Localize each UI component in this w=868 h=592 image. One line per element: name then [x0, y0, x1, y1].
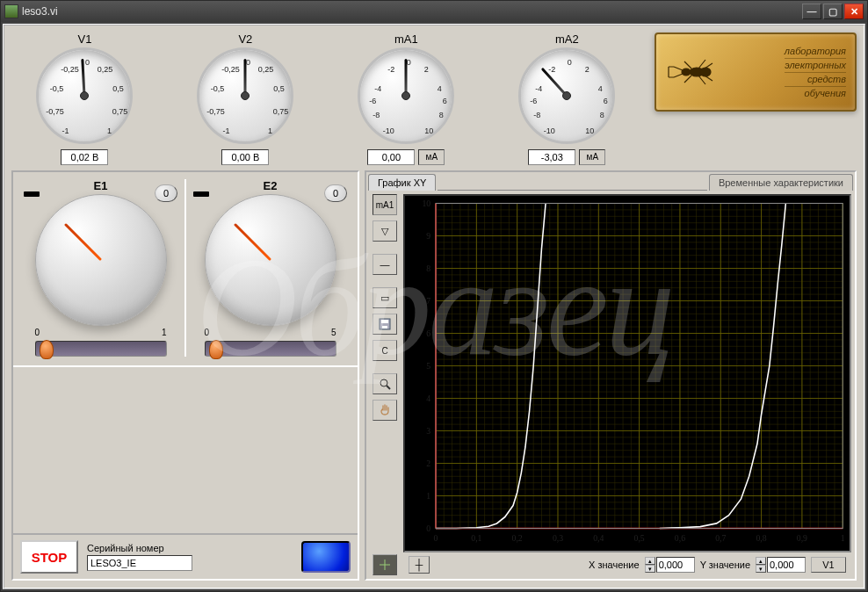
svg-text:0: 0	[426, 523, 430, 532]
knob-title: E1	[94, 179, 108, 192]
gauge-label: mA2	[555, 32, 579, 46]
svg-text:1: 1	[426, 490, 430, 500]
knob-slider[interactable]	[35, 341, 167, 357]
xy-plot[interactable]: 00,10,20,30,40,50,60,70,80,9101234567891…	[403, 194, 851, 552]
bottom-bar: STOP Серийный номер	[13, 533, 358, 579]
logo-line: электронных	[785, 59, 846, 73]
gauge-dial: 00,25-0,250,5-0,50,75-0,751-1	[36, 47, 133, 144]
x-axis-selector[interactable]: V1	[811, 557, 846, 573]
gauge-V2: V2 00,25-0,250,5-0,50,75-0,751-1 0,00 B	[172, 32, 319, 165]
gauge-row: V1 00,25-0,250,5-0,50,75-0,751-1 0,02 B …	[11, 32, 857, 165]
svg-text:0,3: 0,3	[553, 533, 563, 543]
svg-text:2: 2	[426, 458, 430, 467]
knob-title: E2	[264, 179, 278, 192]
svg-text:3: 3	[426, 425, 430, 435]
svg-text:0,2: 0,2	[512, 533, 523, 543]
tab-time[interactable]: Временные характеристики	[709, 174, 853, 191]
graph-panel: График XY Временные характеристики mA1 ▽…	[365, 170, 857, 581]
blank-button[interactable]: ▭	[373, 287, 397, 308]
gauge-mA2: mA2 02-24-46-68-810-10 -3,03 мА	[494, 32, 640, 165]
svg-rect-4	[381, 320, 388, 323]
svg-text:0,9: 0,9	[797, 533, 807, 543]
knob-area: E1 0 01 E2 0 05	[13, 172, 358, 367]
x-value-label: X значение	[589, 560, 640, 570]
y-spin-up[interactable]: ▴	[756, 557, 766, 565]
svg-text:10: 10	[422, 198, 430, 207]
svg-text:0,1: 0,1	[471, 533, 481, 543]
middle-row: E1 0 01 E2 0 05 STOP Серийный номер	[11, 170, 857, 581]
knob-dial[interactable]	[205, 194, 336, 326]
gauge-dial: 02-24-46-68-810-10	[358, 47, 454, 144]
gauge-unit-button[interactable]: мА	[579, 149, 605, 165]
serial-input[interactable]	[87, 555, 192, 571]
logo-line: лаборатория	[785, 45, 846, 59]
pan-icon[interactable]	[373, 400, 397, 421]
gauge-label: V1	[78, 32, 92, 46]
y-spin-down[interactable]: ▾	[756, 565, 766, 573]
axis-row: ┼ X значение ▴ ▾ Y значение	[403, 552, 851, 575]
svg-text:5: 5	[426, 360, 430, 370]
minimize-button[interactable]: —	[802, 4, 821, 19]
maximize-button[interactable]: ▢	[823, 4, 843, 19]
gauge-mA1: mA1 02-24-46-68-810-10 0,00 мА	[333, 32, 480, 165]
svg-text:0,7: 0,7	[715, 533, 726, 543]
x-value-input[interactable]	[656, 557, 695, 573]
gauge-dial: 02-24-46-68-810-10	[518, 47, 615, 144]
svg-point-1	[682, 69, 691, 76]
dropdown-icon[interactable]: ▽	[373, 220, 397, 242]
x-spin-up[interactable]: ▴	[645, 557, 655, 565]
gauge-label: mA1	[394, 32, 418, 46]
gauge-value: 0,02 B	[61, 149, 108, 165]
window-title: leso3.vi	[22, 5, 802, 18]
svg-text:9: 9	[426, 230, 430, 240]
svg-point-2	[700, 68, 711, 76]
x-spin-down[interactable]: ▾	[645, 565, 655, 573]
gauge-value: 0,00 B	[221, 149, 269, 165]
minus-button[interactable]: —	[373, 254, 397, 275]
svg-line-7	[387, 386, 390, 389]
close-button[interactable]: ✕	[844, 4, 864, 19]
polarity-indicator	[24, 191, 40, 197]
svg-text:6: 6	[426, 328, 430, 337]
save-icon[interactable]	[373, 314, 397, 335]
gauge-label: V2	[238, 32, 252, 46]
gauge-dial: 00,25-0,250,5-0,50,75-0,751-1	[197, 47, 293, 144]
status-led	[301, 541, 351, 573]
zero-button[interactable]: 0	[324, 184, 347, 202]
gauge-unit-button[interactable]: мА	[418, 149, 445, 165]
svg-text:8: 8	[426, 263, 430, 272]
logo-plate: лаборатория электронных средств обучения	[655, 32, 857, 112]
zoom-icon[interactable]	[373, 373, 397, 394]
gauge-V1: V1 00,25-0,250,5-0,50,75-0,751-1 0,02 B	[11, 32, 158, 165]
svg-text:0,4: 0,4	[593, 533, 604, 543]
titlebar: leso3.vi — ▢ ✕	[1, 1, 867, 22]
c-button[interactable]: C	[373, 340, 397, 361]
stop-button[interactable]: STOP	[20, 540, 78, 574]
slider-thumb[interactable]	[40, 340, 54, 359]
svg-text:0,5: 0,5	[634, 533, 645, 543]
app-icon	[4, 4, 18, 18]
svg-rect-5	[382, 326, 387, 328]
svg-text:4: 4	[426, 393, 430, 402]
logo-line: обучения	[785, 87, 846, 100]
slider-thumb[interactable]	[209, 340, 223, 359]
graph-toolbar: mA1 ▽ — ▭ C	[370, 194, 400, 575]
knob-dial[interactable]	[35, 194, 167, 326]
app-window: leso3.vi — ▢ ✕ Образец V1 00,25-0,250,5-…	[0, 0, 868, 592]
knob-scale: 05	[205, 328, 336, 337]
logo-line: средств	[785, 73, 846, 87]
zero-button[interactable]: 0	[155, 184, 177, 202]
knob-slider[interactable]	[205, 341, 336, 357]
tab-xy[interactable]: График XY	[368, 174, 436, 191]
svg-text:7: 7	[426, 295, 430, 305]
svg-text:0,6: 0,6	[675, 533, 685, 543]
knob-panel: E1 0 01 E2 0 05 STOP Серийный номер	[11, 170, 359, 581]
gauge-value: -3,03	[528, 149, 575, 165]
y-axis-selector[interactable]: mA1	[373, 194, 397, 215]
cursor-toggle[interactable]: ┼	[409, 556, 430, 574]
svg-point-6	[380, 379, 387, 386]
crosshair-icon[interactable]	[373, 554, 397, 575]
client-area: Образец V1 00,25-0,250,5-0,50,75-0,751-1…	[3, 24, 865, 589]
knob-E2: E2 0 05	[186, 179, 354, 357]
y-value-input[interactable]	[767, 557, 806, 573]
